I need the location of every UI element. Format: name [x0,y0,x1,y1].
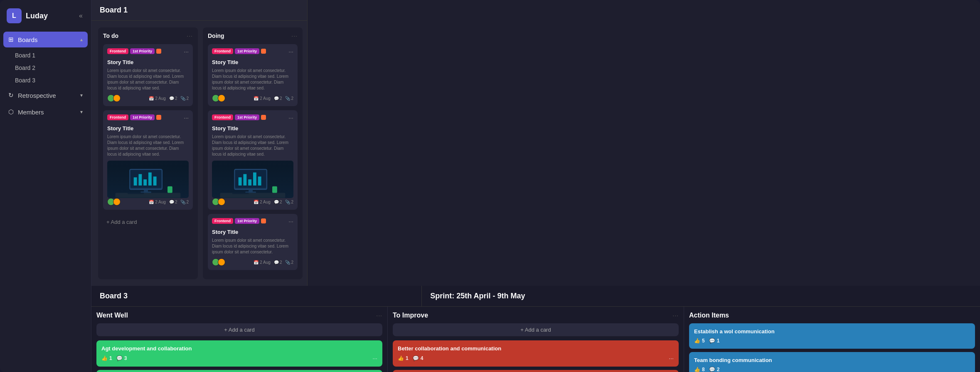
card-avatars [212,198,225,206]
calendar-icon: 📅 [149,96,154,101]
card-avatars [107,94,121,102]
desk-scene-svg2 [212,165,293,198]
to-improve-column: To Improve ··· + Add a card Better colla… [388,307,684,372]
add-card-button[interactable]: + Add a card [103,216,193,228]
card-avatars [212,94,225,102]
board3-title: Board 3 [100,292,128,300]
retro-card[interactable]: Establish a wol communication 👍 5 💬 1 [689,323,975,349]
card-footer: 📅 2 Aug 💬2 📎2 [107,198,189,206]
went-well-title: Went Well [96,312,128,319]
collapse-button[interactable]: « [77,10,84,21]
action-items-column: Action Items Establish a wol communicati… [684,307,980,372]
card-footer: 📅 2 Aug 💬 2 📎 2 [212,94,293,102]
kanban-card[interactable]: Frontend 1st Priority ··· Story Title Lo… [208,44,298,106]
nav-section: ⊞ Boards ▴ Board 1 Board 2 Board 3 ↻ Ret… [0,30,91,122]
sidebar-sub-board1[interactable]: Board 1 [10,49,81,62]
board1-title: Board 1 [91,0,307,21]
retro-comments: 💬 3 [116,355,127,361]
retro-card[interactable]: Better collaboration and communication 👍… [393,370,679,372]
chevron-down-icon-members: ▾ [80,109,83,115]
card-attachments: 📎2 [180,200,189,204]
retro-card-stats: 👍 1 💬 3 [101,355,127,361]
tag-orange [156,115,161,120]
card-menu-icon[interactable]: ··· [184,48,189,55]
kanban-card[interactable]: Frontend 1st Priority ··· Story Title Lo… [103,110,193,210]
retro-comments: 💬 4 [413,355,424,361]
card-description: Lorem ipsum dolor sit amet consectetur. … [107,134,189,157]
avatar [113,198,121,206]
tag-frontend: Frontend [212,48,233,54]
sidebar-item-boards[interactable]: ⊞ Boards ▴ [3,32,88,47]
retro-card-menu[interactable]: ··· [669,355,674,362]
chevron-down-icon: ▾ [80,92,83,98]
card-stats: 📅 2 Aug 💬2 📎2 [149,200,189,204]
retro-comments: 💬 2 [709,367,720,372]
todo-column-header: To do ··· [103,32,193,39]
kanban-card[interactable]: Frontend 1st Priority ··· Story Title Lo… [103,44,193,106]
card-menu-icon[interactable]: ··· [288,48,293,55]
to-improve-menu[interactable]: ··· [672,312,679,319]
retro-card-footer: 👍 5 💬 1 [694,338,970,344]
retro-comments: 💬 1 [709,338,720,344]
card-title: Story Title [212,59,293,65]
boards-sub-menu: Board 1 Board 2 Board 3 [3,48,88,87]
kanban-card[interactable]: Frontend 1st Priority ··· Story Title Lo… [208,214,298,270]
doing-column-menu[interactable]: ··· [291,32,298,39]
retro-card-menu[interactable]: ··· [372,355,377,362]
svg-rect-6 [148,172,152,185]
tag-frontend: Frontend [212,114,233,120]
retro-card[interactable]: Bugs fix on bestdealnaija 👍 2 💬 6 ··· [96,370,382,372]
chevron-up-icon: ▴ [80,37,83,42]
to-improve-header: To Improve ··· [393,312,679,319]
card-date: 📅 2 Aug [254,200,271,204]
card-menu-icon[interactable]: ··· [288,114,293,121]
doing-column-title: Doing [208,32,224,39]
card-date: 📅 2 Aug [149,96,166,101]
tag-priority: 1st Priority [235,114,259,120]
to-improve-title: To Improve [393,312,428,319]
card-date: 📅 2 Aug [254,96,271,101]
todo-column-menu[interactable]: ··· [187,32,193,39]
sidebar-sub-board3[interactable]: Board 3 [10,74,81,87]
right-columns: Went Well ··· + Add a card Agt developme… [91,307,980,372]
sidebar-sub-board2[interactable]: Board 2 [10,62,81,74]
went-well-add-button[interactable]: + Add a card [96,323,382,336]
todo-column-title: To do [103,32,118,39]
avatar [218,198,225,206]
card-footer: 📅 2 Aug 💬 2 📎 2 [212,258,293,266]
card-menu-icon[interactable]: ··· [288,218,293,225]
card-image [107,161,189,198]
card-stats: 📅 2 Aug 💬 2 📎 2 [254,96,293,101]
svg-rect-3 [134,177,137,186]
retro-card[interactable]: Team bonding communication 👍 8 💬 2 [689,352,975,372]
went-well-column: Went Well ··· + Add a card Agt developme… [91,307,388,372]
sidebar: L Luday « ⊞ Boards ▴ Board 1 Board 2 Boa… [0,0,91,372]
card-title: Story Title [107,59,189,65]
board3-header: Board 3 [91,286,422,306]
to-improve-add-button[interactable]: + Add a card [393,323,679,336]
svg-rect-7 [153,176,157,186]
retro-card[interactable]: Agt development and collaboration 👍 1 💬 … [96,340,382,367]
action-items-title: Action Items [689,312,729,319]
svg-rect-23 [220,193,286,198]
boards-icon: ⊞ [8,36,14,43]
retro-card[interactable]: Better collaboration and communication 👍… [393,340,679,367]
board1-section: Board 1 To do ··· Frontend 1st Priority [91,0,308,286]
sidebar-item-retrospective[interactable]: ↻ Retrospective ▾ [3,87,88,103]
tag-priority: 1st Priority [235,218,259,224]
todo-column: To do ··· Frontend 1st Priority ··· [98,27,198,279]
sidebar-label-retrospective: Retrospective [18,92,56,99]
tag-priority: 1st Priority [235,48,259,54]
app-name: Luday [26,12,48,20]
card-footer: 📅 2 Aug 💬 2 📎 2 [212,198,293,206]
card-menu-icon[interactable]: ··· [184,114,189,121]
kanban-card[interactable]: Frontend 1st Priority ··· Story Title Lo… [208,110,298,210]
card-tags: Frontend 1st Priority [107,48,161,54]
logo: L Luday [7,8,48,23]
retro-card-stats: 👍 5 💬 1 [694,338,719,344]
went-well-menu[interactable]: ··· [376,312,382,319]
attachment-icon: 📎 [180,96,185,101]
sidebar-item-members[interactable]: ⬡ Members ▾ [3,104,88,120]
card-description: Lorem ipsum dolor sit amet consectetur. … [107,68,189,91]
card-title: Story Title [212,125,293,131]
